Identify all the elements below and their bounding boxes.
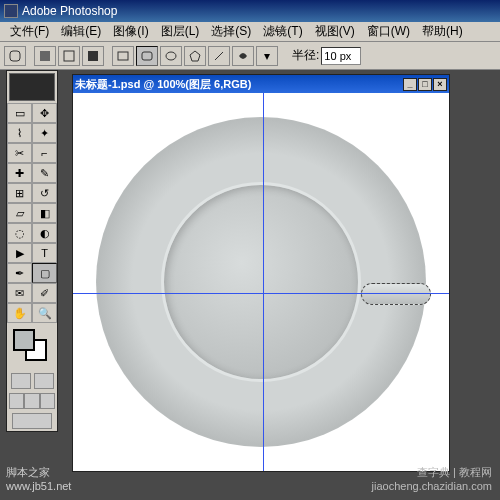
shape-roundrect[interactable]: [136, 46, 158, 66]
tool-eyedropper[interactable]: ✐: [32, 283, 57, 303]
tool-eraser[interactable]: ▱: [7, 203, 32, 223]
tool-dodge[interactable]: ◐: [32, 223, 57, 243]
svg-rect-5: [142, 52, 152, 60]
tool-notes[interactable]: ✉: [7, 283, 32, 303]
navigator-thumb: [9, 73, 55, 101]
svg-line-8: [215, 52, 223, 60]
tool-move[interactable]: ✥: [32, 103, 57, 123]
document-titlebar[interactable]: 未标题-1.psd @ 100%(图层 6,RGB) _ □ ×: [73, 75, 449, 93]
menu-help[interactable]: 帮助(H): [416, 23, 469, 40]
guide-horizontal[interactable]: [73, 293, 449, 294]
radius-label: 半径:: [292, 47, 319, 64]
mode-paths[interactable]: [58, 46, 80, 66]
shape-ellipse[interactable]: [160, 46, 182, 66]
tool-hand[interactable]: ✋: [7, 303, 32, 323]
tool-marquee[interactable]: ▭: [7, 103, 32, 123]
app-title: Adobe Photoshop: [22, 4, 117, 18]
svg-rect-3: [88, 51, 98, 61]
screen-mode-3[interactable]: [40, 393, 55, 409]
tool-type[interactable]: T: [32, 243, 57, 263]
svg-rect-2: [64, 51, 74, 61]
watermark-right: 查字典 | 教程网 jiaocheng.chazidian.com: [372, 465, 492, 492]
svg-rect-0: [10, 51, 20, 61]
menu-file[interactable]: 文件(F): [4, 23, 55, 40]
edit-mode-standard[interactable]: [11, 373, 31, 389]
selection-marquee-handle: [361, 283, 431, 305]
tool-healing[interactable]: ✚: [7, 163, 32, 183]
screen-mode-1[interactable]: [9, 393, 24, 409]
minimize-button[interactable]: _: [403, 78, 417, 91]
watermark-left: 脚本之家 www.jb51.net: [6, 465, 71, 492]
tool-preset-picker[interactable]: [4, 46, 26, 66]
menu-image[interactable]: 图像(I): [107, 23, 154, 40]
tool-blur[interactable]: ◌: [7, 223, 32, 243]
tool-lasso[interactable]: ⌇: [7, 123, 32, 143]
menu-view[interactable]: 视图(V): [309, 23, 361, 40]
svg-point-6: [166, 52, 176, 60]
shape-line[interactable]: [208, 46, 230, 66]
tool-pen[interactable]: ✒: [7, 263, 32, 283]
svg-rect-4: [118, 52, 128, 60]
document-window: 未标题-1.psd @ 100%(图层 6,RGB) _ □ ×: [72, 74, 450, 472]
shape-options-dropdown[interactable]: ▾: [256, 46, 278, 66]
close-button[interactable]: ×: [433, 78, 447, 91]
tool-brush[interactable]: ✎: [32, 163, 57, 183]
tool-gradient[interactable]: ◧: [32, 203, 57, 223]
mode-fill-pixels[interactable]: [82, 46, 104, 66]
mode-shape-layers[interactable]: [34, 46, 56, 66]
toolbox: ▭✥ ⌇✦ ✂⌐ ✚✎ ⊞↺ ▱◧ ◌◐ ▶T ✒▢ ✉✐ ✋🔍: [6, 70, 58, 432]
screen-mode-2[interactable]: [24, 393, 39, 409]
edit-mode-quickmask[interactable]: [34, 373, 54, 389]
photoshop-icon: [4, 4, 18, 18]
options-bar: ▾ 半径:: [0, 42, 500, 70]
plate-inner-cup: [161, 182, 361, 382]
workspace: ▭✥ ⌇✦ ✂⌐ ✚✎ ⊞↺ ▱◧ ◌◐ ▶T ✒▢ ✉✐ ✋🔍 未标题-1.p…: [0, 70, 500, 500]
shape-polygon[interactable]: [184, 46, 206, 66]
tool-zoom[interactable]: 🔍: [32, 303, 57, 323]
color-swatches[interactable]: [11, 327, 53, 367]
app-titlebar: Adobe Photoshop: [0, 0, 500, 22]
jump-to-imageready[interactable]: [12, 413, 52, 429]
tool-crop[interactable]: ✂: [7, 143, 32, 163]
svg-marker-7: [190, 51, 200, 61]
menu-edit[interactable]: 编辑(E): [55, 23, 107, 40]
document-title: 未标题-1.psd @ 100%(图层 6,RGB): [75, 77, 251, 92]
tool-history-brush[interactable]: ↺: [32, 183, 57, 203]
tool-wand[interactable]: ✦: [32, 123, 57, 143]
menu-layer[interactable]: 图层(L): [155, 23, 206, 40]
tool-shape[interactable]: ▢: [32, 263, 57, 283]
guide-vertical[interactable]: [263, 93, 264, 471]
radius-input[interactable]: [321, 47, 361, 65]
tool-stamp[interactable]: ⊞: [7, 183, 32, 203]
menu-select[interactable]: 选择(S): [205, 23, 257, 40]
canvas[interactable]: [73, 93, 449, 471]
tool-slice[interactable]: ⌐: [32, 143, 57, 163]
foreground-color-swatch[interactable]: [13, 329, 35, 351]
svg-rect-1: [40, 51, 50, 61]
tool-path-select[interactable]: ▶: [7, 243, 32, 263]
shape-custom[interactable]: [232, 46, 254, 66]
menu-window[interactable]: 窗口(W): [361, 23, 416, 40]
menu-bar: 文件(F) 编辑(E) 图像(I) 图层(L) 选择(S) 滤镜(T) 视图(V…: [0, 22, 500, 42]
maximize-button[interactable]: □: [418, 78, 432, 91]
menu-filter[interactable]: 滤镜(T): [257, 23, 308, 40]
shape-rect[interactable]: [112, 46, 134, 66]
